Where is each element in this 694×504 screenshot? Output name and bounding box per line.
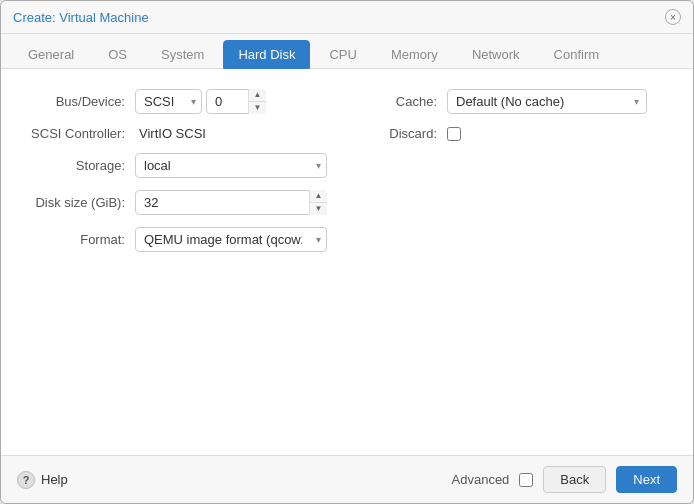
tab-system[interactable]: System — [146, 40, 219, 69]
tab-network[interactable]: Network — [457, 40, 535, 69]
format-control: QEMU image format (qcow2) Raw disk image… — [135, 227, 327, 252]
discard-row: Discard: — [367, 126, 669, 141]
disk-size-row: Disk size (GiB): ▲ ▼ — [25, 190, 327, 215]
footer: ? Help Advanced Back Next — [1, 455, 693, 503]
tab-confirm[interactable]: Confirm — [539, 40, 615, 69]
tab-bar: General OS System Hard Disk CPU Memory N… — [1, 34, 693, 69]
storage-label: Storage: — [25, 158, 135, 173]
bus-select-wrapper: SCSI IDE SATA VirtIO — [135, 89, 202, 114]
scsi-controller-text: VirtIO SCSI — [135, 126, 206, 141]
bus-select[interactable]: SCSI IDE SATA VirtIO — [135, 89, 202, 114]
discard-control — [447, 127, 669, 141]
format-select-wrapper: QEMU image format (qcow2) Raw disk image… — [135, 227, 327, 252]
storage-select-wrapper: local local-lvm — [135, 153, 327, 178]
bus-device-control: SCSI IDE SATA VirtIO ▲ ▼ — [135, 89, 327, 114]
back-button[interactable]: Back — [543, 466, 606, 493]
cache-select-wrapper: Default (No cache) No cache Write throug… — [447, 89, 647, 114]
scsi-controller-label: SCSI Controller: — [25, 126, 135, 141]
form-left: Bus/Device: SCSI IDE SATA VirtIO — [25, 89, 327, 264]
device-down-arrow[interactable]: ▼ — [249, 102, 266, 114]
advanced-checkbox[interactable] — [519, 473, 533, 487]
disk-size-spinner-wrapper: ▲ ▼ — [135, 190, 327, 215]
device-arrows: ▲ ▼ — [248, 89, 266, 114]
disk-size-control: ▲ ▼ — [135, 190, 327, 215]
tab-hard-disk[interactable]: Hard Disk — [223, 40, 310, 69]
bus-device-row: Bus/Device: SCSI IDE SATA VirtIO — [25, 89, 327, 114]
storage-row: Storage: local local-lvm — [25, 153, 327, 178]
format-label: Format: — [25, 232, 135, 247]
virtual-machine-dialog: Create: Virtual Machine × General OS Sys… — [0, 0, 694, 504]
format-row: Format: QEMU image format (qcow2) Raw di… — [25, 227, 327, 252]
help-icon: ? — [17, 471, 35, 489]
disk-size-up-arrow[interactable]: ▲ — [310, 190, 327, 203]
cache-select[interactable]: Default (No cache) No cache Write throug… — [447, 89, 647, 114]
discard-checkbox[interactable] — [447, 127, 461, 141]
disk-size-down-arrow[interactable]: ▼ — [310, 203, 327, 215]
help-button[interactable]: ? Help — [17, 471, 68, 489]
cache-label: Cache: — [367, 94, 447, 109]
scsi-controller-value: VirtIO SCSI — [135, 126, 327, 141]
advanced-label: Advanced — [452, 472, 510, 487]
device-up-arrow[interactable]: ▲ — [249, 89, 266, 102]
title-bar: Create: Virtual Machine × — [1, 1, 693, 34]
window-title: Create: Virtual Machine — [13, 10, 149, 25]
storage-select[interactable]: local local-lvm — [135, 153, 327, 178]
tab-cpu[interactable]: CPU — [314, 40, 371, 69]
storage-control: local local-lvm — [135, 153, 327, 178]
form-section: Bus/Device: SCSI IDE SATA VirtIO — [25, 89, 669, 264]
scsi-controller-row: SCSI Controller: VirtIO SCSI — [25, 126, 327, 141]
tab-general[interactable]: General — [13, 40, 89, 69]
tab-memory[interactable]: Memory — [376, 40, 453, 69]
disk-size-arrows: ▲ ▼ — [309, 190, 327, 215]
cache-control: Default (No cache) No cache Write throug… — [447, 89, 669, 114]
device-spinner-wrapper: ▲ ▼ — [206, 89, 266, 114]
disk-size-input[interactable] — [135, 190, 327, 215]
tab-os[interactable]: OS — [93, 40, 142, 69]
disk-size-label: Disk size (GiB): — [25, 195, 135, 210]
format-select[interactable]: QEMU image format (qcow2) Raw disk image… — [135, 227, 327, 252]
discard-label: Discard: — [367, 126, 447, 141]
next-button[interactable]: Next — [616, 466, 677, 493]
help-label: Help — [41, 472, 68, 487]
cache-row: Cache: Default (No cache) No cache Write… — [367, 89, 669, 114]
close-icon: × — [670, 12, 676, 23]
footer-right: Advanced Back Next — [452, 466, 677, 493]
form-right: Cache: Default (No cache) No cache Write… — [367, 89, 669, 264]
content-area: Bus/Device: SCSI IDE SATA VirtIO — [1, 69, 693, 455]
bus-device-label: Bus/Device: — [25, 94, 135, 109]
close-button[interactable]: × — [665, 9, 681, 25]
